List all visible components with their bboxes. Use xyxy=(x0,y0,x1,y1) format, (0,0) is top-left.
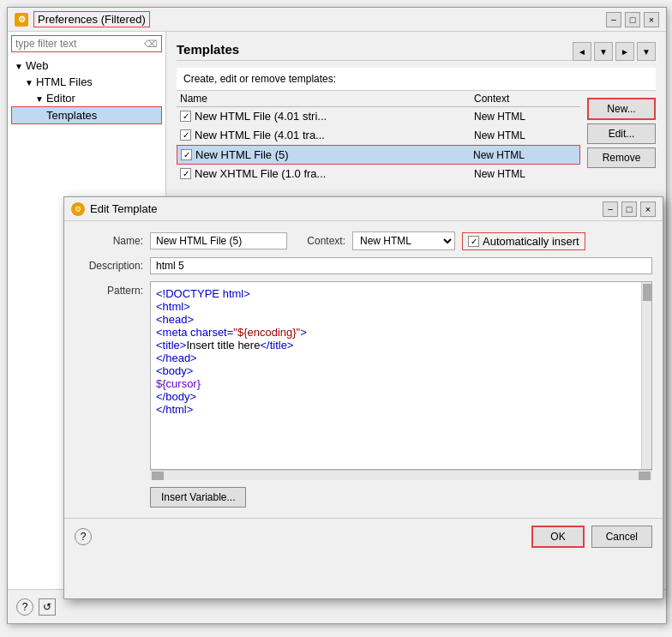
row-checkbox[interactable] xyxy=(180,111,191,122)
dialog-maximize-button[interactable]: □ xyxy=(621,201,637,217)
row-name: New HTML File (4.01 tra... xyxy=(180,129,474,141)
row-name: New HTML File (4.01 stri... xyxy=(180,110,474,123)
row-context: New HTML xyxy=(474,168,577,180)
name-context-row: Name: Context: New HTML Automatically in… xyxy=(75,231,652,250)
pattern-line: <html> xyxy=(156,300,646,313)
dialog-controls: − □ × xyxy=(603,201,656,217)
h-scroll-right xyxy=(639,472,651,480)
sidebar-item-editor[interactable]: ▼Editor xyxy=(11,90,162,106)
col-name-header: Name xyxy=(180,93,474,105)
restore-button[interactable]: ↺ xyxy=(39,598,56,616)
dialog-body: Name: Context: New HTML Automatically in… xyxy=(64,221,663,518)
section-header: Templates ◄ ▼ ► ▼ xyxy=(177,42,656,61)
templates-header: Name Context xyxy=(177,91,580,107)
sidebar-item-html-files[interactable]: ▼HTML Files xyxy=(11,74,162,90)
pattern-wrapper: Pattern: <!DOCTYPE html> <html> <head> <… xyxy=(75,281,652,480)
back-button[interactable]: ◄ xyxy=(573,42,591,61)
app-icon: ⚙ xyxy=(15,13,28,27)
collapse-icon: ▼ xyxy=(35,94,44,104)
edit-button[interactable]: Edit... xyxy=(587,123,656,144)
pattern-line: <!DOCTYPE html> xyxy=(156,287,646,300)
dialog-footer: ? OK Cancel xyxy=(64,518,663,555)
dialog-close-button[interactable]: × xyxy=(640,201,656,217)
pattern-line: </html> xyxy=(156,403,646,416)
pattern-line: <body> xyxy=(156,364,646,377)
help-button[interactable]: ? xyxy=(75,528,92,545)
filter-clear-icon[interactable]: ⌫ xyxy=(144,39,158,50)
table-row[interactable]: New HTML File (4.01 stri... New HTML xyxy=(177,107,580,126)
insert-var-row: Insert Variable... xyxy=(150,487,652,508)
close-button[interactable]: × xyxy=(644,12,659,27)
auto-insert-checkbox[interactable] xyxy=(468,236,479,247)
row-checkbox[interactable] xyxy=(181,149,192,160)
scrollbar-thumb xyxy=(643,284,651,301)
pattern-scrollbar-v[interactable] xyxy=(641,282,651,469)
filter-box: ⌫ xyxy=(11,35,162,52)
name-label: Name: xyxy=(75,235,143,247)
table-row[interactable]: New HTML File (4.01 tra... New HTML xyxy=(177,126,580,145)
dialog-footer-left: ? xyxy=(75,528,92,545)
desc-label: Description: xyxy=(75,260,143,272)
dialog-title-left: ⚙ Edit Template xyxy=(71,202,158,216)
pattern-line: <meta charset="${encoding}"> xyxy=(156,326,646,339)
ok-button[interactable]: OK xyxy=(531,526,584,548)
row-context: New HTML xyxy=(473,149,576,161)
dialog-icon: ⚙ xyxy=(71,202,85,216)
dialog-footer-right: OK Cancel xyxy=(531,526,652,548)
minimize-button[interactable]: − xyxy=(606,12,621,27)
insert-variable-button[interactable]: Insert Variable... xyxy=(150,487,246,508)
title-bar-left: ⚙ Preferences (Filtered) xyxy=(15,11,150,27)
col-context-header: Context xyxy=(474,93,577,105)
collapse-icon: ▼ xyxy=(25,78,33,87)
pattern-label: Pattern: xyxy=(75,281,143,297)
nav-area: ◄ ▼ ► ▼ xyxy=(573,42,656,61)
row-context: New HTML xyxy=(474,111,577,123)
filter-input[interactable] xyxy=(15,38,142,50)
h-scroll-left xyxy=(152,472,164,480)
dialog-title: Edit Template xyxy=(90,202,158,215)
row-context: New HTML xyxy=(474,129,577,141)
section-title: Templates xyxy=(177,42,573,61)
sidebar-item-web[interactable]: ▼Web xyxy=(11,57,162,74)
table-row[interactable]: New XHTML File (1.0 fra... New HTML xyxy=(177,165,580,183)
pattern-scrollbar-h[interactable] xyxy=(150,470,652,480)
edit-dialog: ⚙ Edit Template − □ × Name: Context: New… xyxy=(63,196,663,599)
row-checkbox[interactable] xyxy=(180,129,191,141)
context-select[interactable]: New HTML xyxy=(352,231,455,250)
back-dropdown[interactable]: ▼ xyxy=(594,42,613,61)
pattern-line: </body> xyxy=(156,390,646,403)
remove-button[interactable]: Remove xyxy=(587,147,656,168)
table-row[interactable]: New HTML File (5) New HTML xyxy=(177,145,580,165)
row-name: New XHTML File (1.0 fra... xyxy=(180,167,474,180)
templates-subtitle: Create, edit or remove templates: xyxy=(177,68,656,91)
sidebar-item-label: Templates xyxy=(46,109,97,122)
dialog-minimize-button[interactable]: − xyxy=(603,201,618,217)
sidebar-item-templates[interactable]: Templates xyxy=(11,106,162,124)
pattern-line: ${cursor} xyxy=(156,377,646,390)
preferences-window: ⚙ Preferences (Filtered) − □ × ⌫ ▼Web ▼H… xyxy=(7,7,667,624)
cancel-button[interactable]: Cancel xyxy=(591,526,652,548)
context-label: Context: xyxy=(294,235,345,247)
auto-insert-label: Automatically insert xyxy=(483,235,579,248)
maximize-button[interactable]: □ xyxy=(625,12,640,27)
pattern-container: <!DOCTYPE html> <html> <head> <meta char… xyxy=(150,281,652,480)
row-name: New HTML File (5) xyxy=(181,148,473,161)
pattern-line: <title>Insert title here</title> xyxy=(156,339,646,352)
window-controls: − □ × xyxy=(606,12,659,27)
pattern-editor[interactable]: <!DOCTYPE html> <html> <head> <meta char… xyxy=(150,281,652,470)
pref-help-button[interactable]: ? xyxy=(16,598,33,616)
name-input[interactable] xyxy=(150,232,287,249)
templates-outer: Name Context New HTML File (4.01 stri...… xyxy=(177,91,656,183)
new-button[interactable]: New... xyxy=(587,98,656,120)
auto-insert-container: Automatically insert xyxy=(462,232,585,250)
title-bar: ⚙ Preferences (Filtered) − □ × xyxy=(8,8,666,32)
pattern-line: <head> xyxy=(156,313,646,326)
side-buttons: New... Edit... Remove xyxy=(587,98,656,183)
row-checkbox[interactable] xyxy=(180,168,191,179)
window-title: Preferences (Filtered) xyxy=(33,11,150,27)
pattern-line: </head> xyxy=(156,352,646,364)
desc-row: Description: xyxy=(75,257,652,274)
forward-button[interactable]: ► xyxy=(615,42,634,61)
desc-input[interactable] xyxy=(150,257,652,274)
forward-dropdown[interactable]: ▼ xyxy=(637,42,656,61)
